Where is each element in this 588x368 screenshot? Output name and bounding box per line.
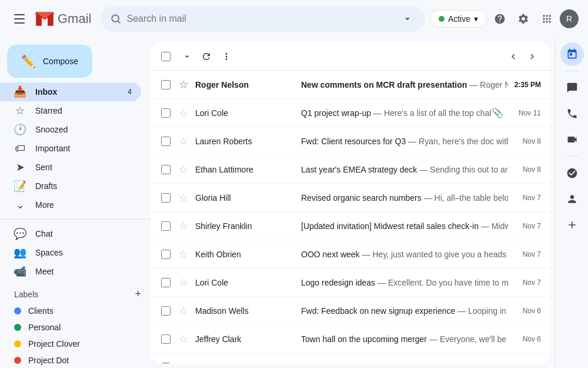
label-item-personal[interactable]: Personal (0, 319, 141, 336)
select-dropdown-button[interactable] (179, 48, 195, 65)
refresh-button[interactable] (198, 48, 215, 65)
email-row[interactable]: ☆ Lauren Roberts Fwd: Client resources f… (151, 127, 550, 155)
sidebar-item-starred[interactable]: ☆ Starred (0, 101, 141, 120)
panel-add-icon[interactable] (560, 213, 584, 237)
email-row[interactable]: ☆ Roger Nelson New comments on MCR draft… (151, 71, 550, 99)
email-snippet: — Midwest retail sales che… (481, 221, 508, 231)
more-actions-button[interactable] (218, 48, 235, 65)
star-button[interactable]: ☆ (176, 163, 191, 177)
email-checkbox[interactable] (161, 108, 171, 118)
nav-item-more[interactable]: ⌄ More (0, 195, 141, 214)
email-checkbox[interactable] (161, 137, 171, 146)
sidebar-item-drafts[interactable]: 📝 Drafts (0, 177, 141, 195)
email-content: Fwd: Feedback on new signup experience —… (301, 306, 508, 316)
star-button[interactable]: ☆ (176, 191, 191, 205)
email-checkbox[interactable] (161, 165, 171, 174)
email-subject: Fwd: Client resources for Q3 (301, 137, 406, 146)
email-checkbox[interactable] (161, 80, 171, 89)
email-meta: Nov 7 (508, 279, 541, 287)
panel-tasks-icon[interactable] (560, 161, 584, 185)
starred-icon: ☆ (14, 104, 26, 117)
panel-contacts-icon[interactable] (560, 187, 584, 211)
email-row[interactable]: ☆ Lori Cole Q1 project wrap-up — Here's … (151, 99, 550, 127)
email-checkbox-wrap (160, 333, 172, 345)
sidebar-item-inbox[interactable]: 📥 Inbox 4 (0, 82, 141, 101)
active-label: Active (448, 14, 470, 24)
star-button[interactable]: ☆ (176, 78, 191, 92)
email-meta: Nov 7 (508, 194, 541, 202)
label-name: Project Dot (28, 356, 69, 365)
panel-divider-2 (565, 156, 579, 157)
email-meta: 2:35 PM (508, 81, 541, 89)
email-subject: Q1 project wrap-up (301, 108, 371, 118)
email-checkbox-wrap (160, 164, 172, 175)
compose-button[interactable]: ✏️ Compose (7, 45, 92, 78)
email-snippet: — Look at the size of that crowd! We're … (411, 363, 508, 364)
star-button[interactable]: ☆ (176, 304, 191, 318)
user-avatar[interactable]: R (560, 9, 579, 28)
next-page-button[interactable] (523, 48, 541, 65)
sidebar-item-label: Snoozed (35, 125, 68, 134)
email-meta: Nov 6 (508, 307, 541, 315)
panel-calendar-icon[interactable] (560, 42, 584, 66)
star-button[interactable]: ☆ (176, 106, 191, 120)
help-button[interactable] (489, 8, 510, 29)
email-row[interactable]: ☆ Jeffrey Clark Town hall on the upcomin… (151, 325, 550, 353)
labels-section: Labels + Clients Personal Project Clover… (0, 283, 151, 368)
email-time: Nov 6 (508, 335, 541, 343)
search-input[interactable] (126, 14, 394, 24)
star-button[interactable]: ☆ (176, 134, 191, 148)
email-row[interactable]: ☆ Lori Cole Logo redesign ideas — Excell… (151, 268, 550, 297)
email-checkbox-wrap (160, 305, 172, 317)
email-row[interactable]: ☆ Madison Wells Fwd: Feedback on new sig… (151, 297, 550, 325)
star-button[interactable]: ☆ (176, 219, 191, 233)
panel-meet-icon[interactable] (560, 128, 584, 151)
email-row[interactable]: ☆ Gloria Hill Revised organic search num… (151, 184, 550, 212)
email-checkbox[interactable] (161, 334, 171, 344)
email-snippet: — Looping in Annika. The feedback… (457, 306, 508, 316)
email-row[interactable]: ☆ Shirley Franklin [Updated invitation] … (151, 212, 550, 240)
email-checkbox[interactable] (161, 250, 171, 259)
sidebar-item-meet[interactable]: 📹 Meet (0, 262, 141, 281)
panel-phone-icon[interactable] (560, 102, 584, 125)
label-item-project-dot[interactable]: Project Dot (0, 352, 141, 368)
important-icon: 🏷 (14, 142, 26, 155)
sidebar-item-snoozed[interactable]: 🕐 Snoozed (0, 120, 141, 139)
star-button[interactable]: ☆ (176, 247, 191, 261)
active-status-button[interactable]: Active ▾ (430, 10, 487, 28)
sidebar-item-important[interactable]: 🏷 Important (0, 139, 141, 158)
sidebar-item-chat[interactable]: 💬 Chat (0, 224, 141, 243)
sidebar-item-spaces[interactable]: 👥 Spaces (0, 243, 141, 262)
prev-page-button[interactable] (505, 48, 522, 65)
star-button[interactable]: ☆ (176, 332, 191, 346)
search-dropdown-icon[interactable] (399, 11, 416, 27)
menu-button[interactable] (9, 9, 29, 28)
email-subject: Town hall on the upcoming merger (301, 334, 427, 344)
add-label-icon[interactable]: + (135, 288, 141, 300)
select-all-checkbox[interactable] (161, 52, 171, 61)
sidebar-item-sent[interactable]: ➤ Sent (0, 158, 141, 177)
email-checkbox-wrap (160, 79, 172, 91)
email-checkbox[interactable] (161, 221, 171, 231)
email-row[interactable]: ☆ Keith Obrien OOO next week — Hey, just… (151, 240, 550, 268)
apps-button[interactable] (536, 8, 557, 29)
panel-divider (565, 71, 579, 71)
email-subject: Two pics from the conference (301, 363, 409, 364)
email-time: Nov 8 (508, 137, 541, 145)
star-button[interactable]: ☆ (176, 360, 191, 364)
email-time: Nov 7 (508, 279, 541, 287)
email-row[interactable]: ☆ Roger Nelson Two pics from the confere… (151, 353, 550, 363)
email-row[interactable]: ☆ Ethan Lattimore Last year's EMEA strat… (151, 155, 550, 184)
panel-chat-icon[interactable] (560, 76, 584, 100)
spaces-icon: 👥 (14, 246, 26, 259)
label-item-project-clover[interactable]: Project Clover (0, 336, 141, 352)
select-all-checkbox-wrap (160, 51, 172, 62)
settings-button[interactable] (513, 8, 534, 29)
email-content: Q1 project wrap-up — Here's a list of al… (301, 108, 492, 118)
email-checkbox[interactable] (161, 306, 171, 316)
label-item-clients[interactable]: Clients (0, 303, 141, 319)
email-checkbox[interactable] (161, 193, 171, 203)
email-checkbox[interactable] (161, 278, 171, 287)
star-button[interactable]: ☆ (176, 276, 191, 290)
email-checkbox[interactable] (161, 363, 171, 364)
